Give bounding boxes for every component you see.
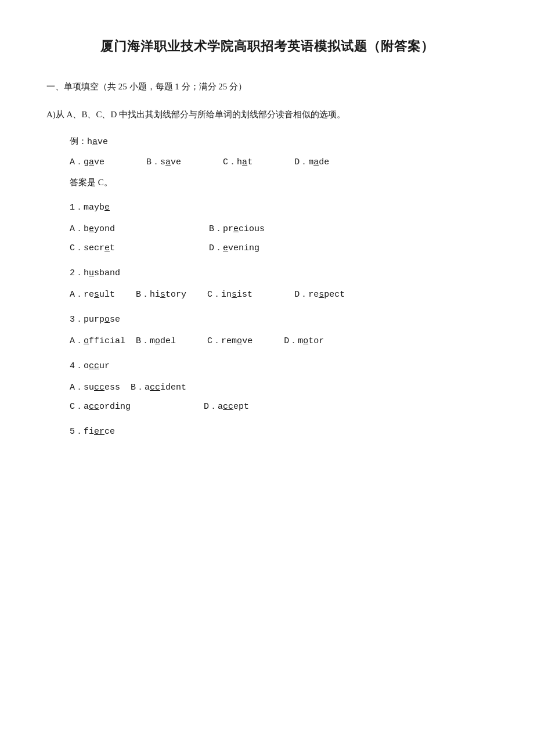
question-2-options: A．result B．history C．insist D．respect: [70, 287, 488, 303]
example-options: A．gave B．save C．hat D．made: [70, 154, 488, 170]
example-word: 例：have: [70, 134, 488, 150]
example-answer: 答案是 C。: [70, 175, 488, 190]
question-4-word: 4．occur: [70, 358, 488, 374]
question-5-word: 5．fierce: [70, 424, 488, 440]
section-header: 一、单项填空（共 25 小题，每题 1 分；满分 25 分）: [46, 79, 488, 95]
instruction-a: A)从 A、B、C、D 中找出其划线部分与所给单词的划线部分读音相似的选项。: [46, 106, 488, 123]
question-4-options-cd: C．according D．accept: [70, 399, 488, 415]
question-1-word: 1．maybe: [70, 200, 488, 215]
question-1-options-cd: C．secret D．evening: [70, 240, 488, 256]
question-1-options-ab: A．beyond B．precious: [70, 221, 488, 237]
page-title: 厦门海洋职业技术学院高职招考英语模拟试题（附答案）: [46, 35, 488, 58]
question-3-word: 3．purpose: [70, 312, 488, 327]
question-4-options-ab: A．success B．accident: [70, 380, 488, 395]
question-2-word: 2．husband: [70, 265, 488, 281]
question-3-options: A．official B．model C．remove D．motor: [70, 333, 488, 349]
